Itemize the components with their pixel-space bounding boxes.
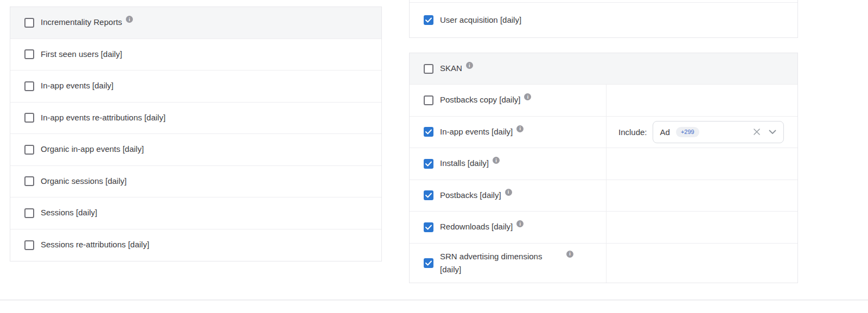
checkbox-in-app-events-re-attributions[interactable] — [24, 113, 34, 123]
report-label: Sessions re-attributions [daily] — [41, 240, 149, 250]
report-row: Postbacks [daily] — [410, 180, 797, 212]
checkbox-first-seen-users[interactable] — [24, 49, 34, 59]
selected-value: Ad — [660, 127, 670, 137]
report-row: Postbacks copy [daily] — [410, 85, 797, 117]
report-row: In-app events re-attributions [daily] — [10, 103, 381, 135]
checkbox-srn-advertising-dimensions[interactable] — [424, 258, 433, 268]
report-label: Organic in-app events [daily] — [41, 144, 144, 155]
report-label: In-app events [daily] — [440, 127, 513, 137]
clear-icon[interactable] — [753, 128, 761, 136]
row-options-cell — [607, 180, 797, 212]
report-label: Redownloads [daily] — [440, 222, 513, 232]
checkbox-organic-in-app-events[interactable] — [24, 145, 34, 155]
info-icon[interactable] — [566, 251, 573, 258]
row-label-cell: Postbacks [daily] — [410, 180, 607, 212]
row-label-cell: Postbacks copy [daily] — [410, 85, 607, 116]
page-divider — [0, 299, 868, 301]
report-row: Sessions re-attributions [daily] — [10, 229, 381, 261]
report-label: Sessions [daily] — [41, 208, 97, 218]
skan-header-row: SKAN — [410, 53, 797, 85]
report-label: User acquisition [daily] — [440, 15, 521, 25]
checkbox-skan[interactable] — [424, 64, 433, 74]
row-label-cell: Installs [daily] — [410, 148, 607, 180]
check-icon — [425, 225, 432, 230]
checkbox-in-app-events[interactable] — [24, 81, 34, 91]
row-options-cell: Include: Ad +299 — [607, 117, 797, 148]
checkbox-postbacks[interactable] — [424, 190, 433, 200]
report-row: Installs [daily] — [410, 148, 797, 180]
info-icon[interactable] — [516, 125, 524, 132]
report-label: Postbacks [daily] — [440, 190, 501, 201]
check-icon — [425, 193, 432, 198]
row-label-cell: Redownloads [daily] — [410, 212, 607, 243]
report-row: Sessions [daily] — [10, 197, 381, 229]
check-icon — [425, 129, 432, 135]
checkbox-sessions[interactable] — [24, 208, 34, 218]
report-label: Installs [daily] — [440, 158, 489, 169]
report-row: In-app events [daily] — [10, 71, 381, 103]
report-row: In-app events [daily] Include: Ad +299 — [410, 117, 797, 149]
report-row: SRN advertising dimensions [daily] — [410, 244, 797, 283]
report-label: Organic sessions [daily] — [41, 176, 126, 187]
chevron-down-icon[interactable] — [769, 130, 776, 135]
info-icon[interactable] — [466, 62, 473, 69]
row-label-cell: In-app events [daily] — [410, 117, 607, 148]
more-count-badge: +299 — [676, 127, 699, 137]
report-row: Organic in-app events [daily] — [10, 134, 381, 166]
checkbox-postbacks-copy[interactable] — [424, 95, 433, 105]
skan-panel: SKAN Postbacks copy [daily] In-app event… — [409, 53, 798, 283]
user-acquisition-panel: User acquisition [daily] — [409, 0, 798, 38]
checkbox-incrementality-reports[interactable] — [24, 18, 34, 28]
info-icon[interactable] — [516, 220, 524, 227]
report-label: Postbacks copy [daily] — [440, 95, 520, 105]
checkbox-skan-in-app-events[interactable] — [424, 127, 433, 137]
checkbox-installs[interactable] — [424, 159, 433, 169]
checkbox-organic-sessions[interactable] — [24, 176, 34, 186]
row-options-cell — [607, 244, 797, 283]
report-label: In-app events re-attributions [daily] — [41, 113, 165, 123]
report-row: Redownloads [daily] — [410, 212, 797, 244]
include-select[interactable]: Ad +299 — [653, 121, 784, 143]
checkbox-redownloads[interactable] — [424, 222, 433, 232]
report-label: In-app events [daily] — [41, 81, 113, 91]
row-options-cell — [607, 212, 797, 243]
check-icon — [425, 161, 432, 167]
report-row: First seen users [daily] — [10, 39, 381, 71]
report-label: SKAN — [440, 63, 462, 74]
row-options-cell — [607, 148, 797, 180]
incrementality-reports-header-row: Incrementality Reports — [10, 7, 381, 39]
report-label: Incrementality Reports — [41, 17, 122, 28]
include-label: Include: — [618, 127, 647, 137]
include-control: Include: Ad +299 — [607, 121, 797, 143]
checkbox-sessions-re-attributions[interactable] — [24, 240, 34, 250]
info-icon[interactable] — [126, 16, 133, 23]
info-icon[interactable] — [505, 189, 512, 196]
checkbox-user-acquisition[interactable] — [424, 15, 433, 25]
row-label-cell: SRN advertising dimensions [daily] — [410, 244, 607, 283]
check-icon — [425, 17, 432, 23]
incrementality-reports-panel: Incrementality Reports First seen users … — [10, 7, 382, 261]
check-icon — [425, 260, 432, 266]
report-label: SRN advertising dimensions [daily] — [440, 250, 551, 276]
info-icon[interactable] — [493, 157, 500, 164]
info-icon[interactable] — [524, 93, 531, 100]
report-row: User acquisition [daily] — [410, 3, 797, 37]
report-label: First seen users [daily] — [41, 49, 122, 60]
report-row: Organic sessions [daily] — [10, 166, 381, 198]
row-options-cell — [607, 85, 797, 116]
